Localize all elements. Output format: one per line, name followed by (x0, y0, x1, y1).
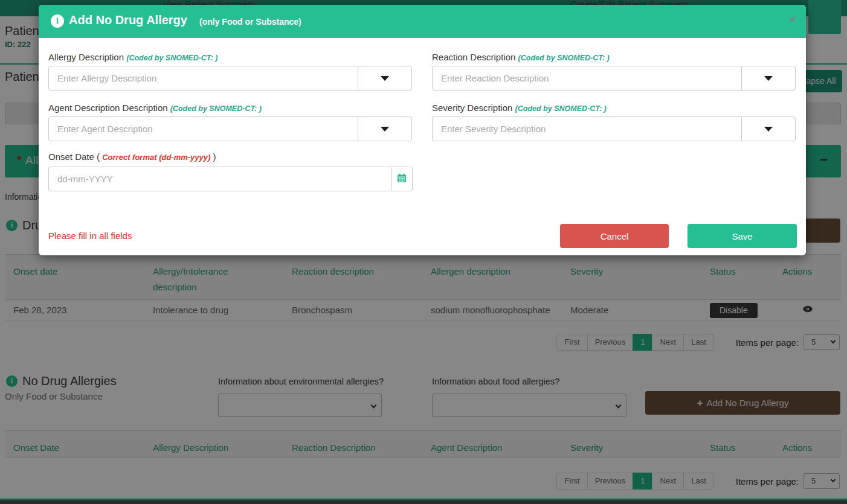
severity-coded-by: (Coded by SNOMED-CT: ) (515, 104, 607, 113)
onset-format-hint: Correct format (dd-mm-yyyy) (102, 153, 210, 162)
onset-date-label: Onset Date ( Correct format (dd-mm-yyyy)… (48, 152, 216, 162)
caret-down-icon (764, 127, 773, 132)
allergy-description-input[interactable] (48, 66, 358, 91)
severity-label-text: Severity Description (432, 103, 512, 113)
severity-dropdown-button[interactable] (741, 116, 796, 141)
add-no-drug-allergy-modal: i Add No Drug Allergy (only Food or Subs… (39, 5, 806, 255)
reaction-description-input[interactable] (432, 66, 742, 91)
reaction-coded-by: (Coded by SNOMED-CT: ) (518, 54, 610, 62)
agent-description-label: Agent Description Description (Coded by … (48, 103, 262, 113)
cancel-button[interactable]: Cancel (560, 224, 669, 248)
allergy-description-label: Allergy Description (Coded by SNOMED-CT:… (48, 52, 217, 62)
save-button[interactable]: Save (688, 224, 797, 248)
onset-label-prefix: Onset Date ( (48, 152, 100, 162)
onset-label-suffix: ) (213, 152, 216, 162)
severity-description-input[interactable] (432, 116, 742, 141)
validation-message: Please fill in all fields (48, 224, 132, 248)
allergy-coded-by: (Coded by SNOMED-CT: ) (126, 54, 217, 62)
info-circle-icon: i (51, 14, 64, 28)
caret-down-icon (381, 76, 389, 81)
screen: View Patient Summary Create/Edit Patient… (0, 0, 847, 504)
reaction-label-text: Reaction Description (432, 52, 515, 62)
reaction-dropdown-button[interactable] (741, 66, 796, 91)
agent-dropdown-button[interactable] (358, 116, 412, 141)
agent-description-input[interactable] (48, 116, 358, 141)
agent-label-text: Agent Description Description (48, 103, 168, 113)
calendar-icon (397, 173, 407, 185)
agent-coded-by: (Coded by SNOMED-CT: ) (170, 104, 262, 113)
allergy-dropdown-button[interactable] (358, 66, 412, 91)
calendar-button[interactable] (391, 167, 413, 191)
close-icon[interactable]: × (789, 13, 796, 25)
caret-down-icon (764, 76, 773, 81)
onset-date-input[interactable] (48, 167, 391, 191)
reaction-description-label: Reaction Description (Coded by SNOMED-CT… (432, 52, 610, 62)
modal-header: i Add No Drug Allergy (only Food or Subs… (39, 5, 806, 38)
caret-down-icon (381, 127, 389, 132)
modal-title: Add No Drug Allergy (69, 13, 187, 27)
allergy-label-text: Allergy Description (48, 52, 124, 62)
severity-description-label: Severity Description (Coded by SNOMED-CT… (432, 103, 607, 113)
modal-subtitle: (only Food or Substance) (199, 17, 301, 27)
